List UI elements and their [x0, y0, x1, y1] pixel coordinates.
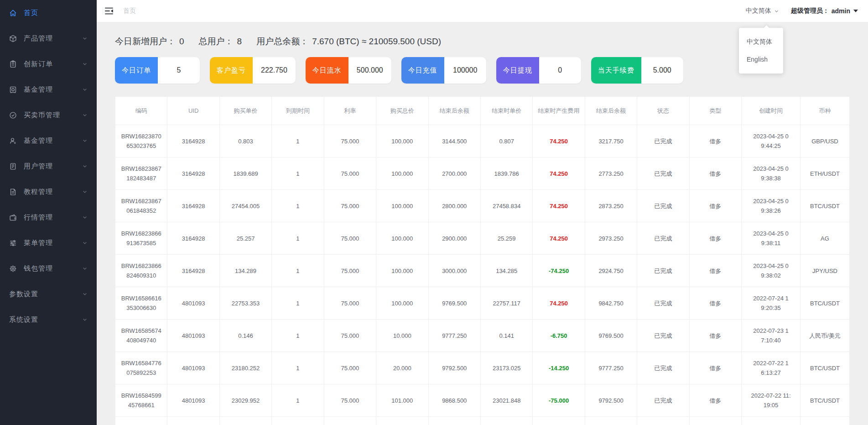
table-row: BRW16823866 8246093103164928134.289175.0…: [115, 255, 850, 287]
cell-type: 借多: [689, 190, 741, 222]
sidebar-item-menu-management[interactable]: 菜单管理: [0, 230, 97, 256]
chevron-down-icon: [82, 291, 88, 297]
cell-expire: 1: [272, 125, 324, 157]
cell-status: 已完成: [637, 352, 689, 384]
cell-pair: GBP/USD: [800, 125, 850, 157]
language-selector[interactable]: 中文简体: [746, 7, 779, 15]
cell-empty: [167, 417, 219, 425]
sidebar-item-system-settings[interactable]: 系统设置: [0, 307, 97, 332]
chevron-down-icon: [82, 61, 88, 67]
stat-card-label: 客户盈亏: [210, 57, 253, 84]
column-header-code: 编码: [115, 97, 167, 125]
cell-fee: -14.250: [533, 352, 585, 384]
cell-uid: 4801093: [167, 320, 219, 352]
cell-rate: 75.000: [324, 157, 376, 190]
cell-balance_after: 9769.500: [428, 287, 480, 320]
cell-end_price: 0.141: [480, 320, 532, 352]
stat-value: 0: [179, 37, 184, 47]
coin-check-icon: [9, 111, 17, 119]
cell-empty: [689, 417, 741, 425]
column-header-pair: 币种: [800, 97, 850, 125]
cell-uid: 4801093: [167, 287, 219, 320]
sidebar-item-label: 基金管理: [24, 85, 82, 94]
cell-balance_after: 9777.250: [428, 320, 480, 352]
column-header-end_price: 结束时单价: [480, 97, 532, 125]
cell-status: 已完成: [637, 190, 689, 222]
cell-expire: 1: [272, 287, 324, 320]
cell-end_price: 23173.025: [480, 352, 532, 384]
cell-code: BRW16586616 353006630: [115, 287, 167, 320]
cube-icon: [9, 35, 17, 42]
sidebar-item-innovation-orders[interactable]: 创新订单: [0, 51, 97, 77]
cell-uid: 3164928: [167, 255, 219, 287]
sidebar-item-tutorial-management[interactable]: 教程管理: [0, 179, 97, 205]
table-row: BRW16586616 353006630480109322753.353175…: [115, 287, 850, 320]
sidebar-item-label: 基金管理: [24, 136, 82, 145]
chevron-down-icon: [82, 138, 88, 143]
sidebar-item-label: 教程管理: [24, 188, 82, 196]
cell-rate: 75.000: [324, 384, 376, 417]
cell-end_balance: 2873.250: [585, 190, 637, 222]
top-bar: 首页 中文简体 超级管理员：admin: [97, 0, 868, 22]
cell-balance_after: 2900.000: [428, 222, 480, 255]
cell-type: 借多: [689, 384, 741, 417]
home-icon: [9, 9, 17, 17]
cell-balance_after: 2700.000: [428, 157, 480, 190]
cell-pair: BTC/USDT: [800, 352, 850, 384]
admin-menu[interactable]: 超级管理员：admin: [791, 7, 858, 15]
stat-card: 客户盈亏222.750: [210, 57, 296, 84]
sidebar-item-wallet-management[interactable]: 钱包管理: [0, 256, 97, 281]
user-icon: [9, 137, 17, 145]
sidebar-item-label: 买卖币管理: [24, 111, 82, 120]
cell-uid: 4801093: [167, 384, 219, 417]
sidebar-item-fund-management[interactable]: 基金管理: [0, 77, 97, 102]
stat-item: 总用户：8: [199, 36, 242, 47]
column-header-type: 类型: [689, 97, 741, 125]
cell-total_price: 101.000: [376, 384, 428, 417]
cell-status: 已完成: [637, 125, 689, 157]
sidebar-item-home[interactable]: 首页: [0, 0, 97, 26]
sidebar-item-coin-trade-management[interactable]: 买卖币管理: [0, 102, 97, 128]
sidebar-item-product-management[interactable]: 产品管理: [0, 26, 97, 51]
language-dropdown: 中文简体English: [739, 28, 783, 73]
table-row: BRW16823867 18248348731649281839.689175.…: [115, 157, 850, 190]
cell-end_price: 27458.834: [480, 190, 532, 222]
cell-buy_price: 22753.353: [219, 287, 271, 320]
cell-code: BRW16823870 653023765: [115, 125, 167, 157]
cell-balance_after: 3144.500: [428, 125, 480, 157]
stat-value: 8: [237, 37, 242, 47]
cell-type: 借多: [689, 320, 741, 352]
sidebar-item-fund-management-2[interactable]: 基金管理: [0, 128, 97, 153]
cell-pair: 人民币/美元: [800, 320, 850, 352]
cell-fee: 74.250: [533, 222, 585, 255]
caret-down-icon: [853, 10, 858, 12]
cell-balance_after: 2800.000: [428, 190, 480, 222]
cell-total_price: 100.000: [376, 222, 428, 255]
cell-pair: BTC/USDT: [800, 384, 850, 417]
cell-expire: 1: [272, 384, 324, 417]
language-option[interactable]: English: [739, 51, 783, 68]
stat-label: 总用户：: [199, 36, 234, 47]
cell-buy_price: 1839.689: [219, 157, 271, 190]
cell-empty: [637, 417, 689, 425]
sidebar-item-label: 首页: [24, 9, 88, 17]
cell-type: 借多: [689, 222, 741, 255]
cell-buy_price: 0.803: [219, 125, 271, 157]
cell-created: 2023-04-25 0 9:44:25: [742, 125, 800, 157]
stat-card: 今日充值100000: [401, 57, 486, 84]
cell-created: 2022-07-23 1 7:10:40: [742, 320, 800, 352]
sidebar-item-parameter-settings[interactable]: 参数设置: [0, 281, 97, 307]
stat-card-value: 0: [539, 57, 581, 84]
cell-pair: AG: [800, 222, 850, 255]
sidebar-item-market-management[interactable]: 行情管理: [0, 205, 97, 230]
sidebar-item-label: 钱包管理: [24, 264, 82, 273]
cell-fee: -74.250: [533, 255, 585, 287]
cell-code: BRW16585674 408049740: [115, 320, 167, 352]
cell-code: BRW16823867 061848352: [115, 190, 167, 222]
chevron-down-icon: [82, 189, 88, 194]
cell-uid: 3164928: [167, 190, 219, 222]
language-option[interactable]: 中文简体: [739, 33, 783, 51]
sidebar-item-user-management[interactable]: 用户管理: [0, 153, 97, 179]
breadcrumb[interactable]: 首页: [123, 7, 136, 15]
menu-fold-icon[interactable]: [104, 6, 114, 16]
